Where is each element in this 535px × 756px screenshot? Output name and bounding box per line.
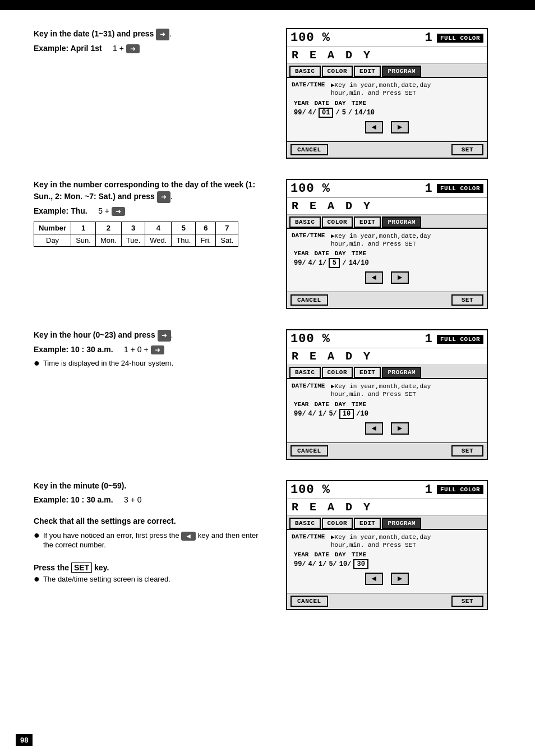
dow-table: Number 1 2 3 4 5 6 7 Day Sun. Mon. Tue. <box>34 222 238 247</box>
screen-copy-num-1: 1 <box>420 31 437 45</box>
cancel-btn-3[interactable]: CANCEL <box>290 445 328 457</box>
dow-cell-2: Mon. <box>95 234 121 247</box>
dow-hdr-3: 3 <box>121 222 145 234</box>
tab-edit-3[interactable]: EDIT <box>354 367 381 378</box>
section-2: Key in the number corresponding to the d… <box>34 179 518 310</box>
val-slash2-1: / <box>348 109 352 117</box>
section-4-instruction1: Key in the minute (0~59). <box>34 480 269 492</box>
section-3-instruction: Key in the hour (0~23) and press ➜. <box>34 329 269 342</box>
cancel-btn-1[interactable]: CANCEL <box>290 144 328 155</box>
screen-label-1: DATE/TIME <box>292 81 331 98</box>
tab-basic-3[interactable]: BASIC <box>289 367 321 378</box>
dow-hdr-2: 2 <box>95 222 121 234</box>
val-date-4: 1/ <box>319 560 326 568</box>
set-btn-1[interactable]: SET <box>451 144 483 155</box>
screen-tabs-4: BASIC COLOR EDIT PROGRAM <box>287 516 487 530</box>
dow-cell-4: Wed. <box>145 234 172 247</box>
tab-color-1[interactable]: COLOR <box>322 66 353 77</box>
screen-panel-1: 100 % 1 FULL COLOR R E A D Y BASIC COLOR… <box>286 28 488 159</box>
tab-program-3[interactable]: PROGRAM <box>382 367 421 378</box>
nav-back-btn-4[interactable]: ◄ <box>365 573 383 585</box>
val-month-4: 4/ <box>308 560 316 568</box>
screen-copy-num-3: 1 <box>420 332 437 346</box>
nav-back-btn-1[interactable]: ◄ <box>365 121 383 133</box>
screen-percent-1: 100 % <box>290 31 420 45</box>
screen-info-2: ▶Key in year,month,date,day hour,min. an… <box>331 232 482 248</box>
screen-full-color-2: FULL COLOR <box>437 184 483 193</box>
screen-nav-4: ◄ ► <box>292 573 482 585</box>
page-container: Key in the date (1~31) and press ➜. Exam… <box>0 0 535 756</box>
screen-copy-num-2: 1 <box>420 182 437 196</box>
screen-footer-2: CANCEL SET <box>287 292 487 308</box>
section-2-instruction: Key in the number corresponding to the d… <box>34 179 269 203</box>
dow-header-row: Number 1 2 3 4 5 6 7 <box>34 222 238 234</box>
val-boxed-date-1: 01 <box>319 108 333 118</box>
tab-basic-1[interactable]: BASIC <box>289 66 321 77</box>
nav-back-btn-2[interactable]: ◄ <box>365 271 383 284</box>
set-btn-4[interactable]: SET <box>451 596 483 607</box>
arrow-forward-icon-2b: ➜ <box>112 207 125 216</box>
tab-basic-4[interactable]: BASIC <box>289 518 321 529</box>
tab-color-4[interactable]: COLOR <box>322 518 353 529</box>
dow-hdr-4: 4 <box>145 222 172 234</box>
section-1-example: Example: April 1st 1 + ➜ <box>34 44 269 53</box>
screen-fields-2: YEAR DATE DAY TIME <box>292 250 482 257</box>
nav-fwd-btn-4[interactable]: ► <box>391 573 409 585</box>
nav-fwd-btn-1[interactable]: ► <box>391 121 409 133</box>
val-month-3: 4/ <box>308 410 316 418</box>
tab-color-3[interactable]: COLOR <box>322 367 353 378</box>
main-content: Key in the date (1~31) and press ➜. Exam… <box>0 17 535 642</box>
val-date-2: 1/ <box>319 259 326 267</box>
val-year-2: 99/ <box>294 259 306 267</box>
tab-edit-1[interactable]: EDIT <box>354 66 381 77</box>
field-time-4: TIME <box>352 551 366 558</box>
press-set-section: Press the SET key. <box>34 563 269 573</box>
section-2-example: Example: Thu. 5 + ➜ <box>34 206 269 216</box>
val-day-1: 5 <box>342 109 346 117</box>
set-btn-3[interactable]: SET <box>451 445 483 457</box>
screen-percent-2: 100 % <box>290 182 420 196</box>
tab-color-2[interactable]: COLOR <box>322 216 353 228</box>
val-slash-1: / <box>335 109 339 117</box>
tab-program-1[interactable]: PROGRAM <box>382 66 421 77</box>
set-btn-2[interactable]: SET <box>451 294 483 306</box>
section-3-screen: 100 % 1 FULL COLOR R E A D Y BASIC COLOR… <box>286 329 494 460</box>
section-2-left: Key in the number corresponding to the d… <box>34 179 269 310</box>
dow-data-row: Day Sun. Mon. Tue. Wed. Thu. Fri. Sat. <box>34 234 238 247</box>
dow-hdr-1: 1 <box>71 222 96 234</box>
screen-body-3: DATE/TIME ▶Key in year,month,date,day ho… <box>287 379 487 442</box>
tab-program-4[interactable]: PROGRAM <box>382 518 421 529</box>
tab-program-2[interactable]: PROGRAM <box>382 216 421 228</box>
field-time-1: TIME <box>352 100 366 107</box>
screen-tabs-1: BASIC COLOR EDIT PROGRAM <box>287 64 487 78</box>
screen-percent-3: 100 % <box>290 332 420 346</box>
cancel-btn-2[interactable]: CANCEL <box>290 294 328 306</box>
field-time-2: TIME <box>352 250 366 257</box>
tab-edit-4[interactable]: EDIT <box>354 518 381 529</box>
section-4-example: Example: 10 : 30 a.m. 3 + 0 <box>34 495 269 504</box>
field-time-3: TIME <box>352 401 366 408</box>
screen-values-2: 99/ 4/ 1/ 5 / 14/10 <box>292 258 482 268</box>
screen-ready-1: R E A D Y <box>287 47 487 64</box>
tab-basic-2[interactable]: BASIC <box>289 216 321 228</box>
cancel-btn-4[interactable]: CANCEL <box>290 596 328 607</box>
screen-top-bar-1: 100 % 1 FULL COLOR <box>287 29 487 47</box>
field-year-3: YEAR <box>294 401 308 408</box>
field-year-4: YEAR <box>294 551 308 558</box>
screen-datetime-row-1: DATE/TIME ▶Key in year,month,date,day ho… <box>292 81 482 98</box>
section-4: Key in the minute (0~59). Example: 10 : … <box>34 480 518 611</box>
field-date-4: DATE <box>314 551 329 558</box>
nav-fwd-btn-3[interactable]: ► <box>391 422 409 435</box>
field-day-3: DAY <box>335 401 346 408</box>
nav-back-btn-3[interactable]: ◄ <box>365 422 383 435</box>
val-boxed-day-2: 5 <box>329 258 340 268</box>
dow-cell-5: Thu. <box>172 234 196 247</box>
nav-fwd-btn-2[interactable]: ► <box>391 271 409 284</box>
arrow-forward-icon-1b: ➜ <box>126 44 140 53</box>
tab-edit-2[interactable]: EDIT <box>354 216 381 228</box>
dow-hdr-6: 6 <box>196 222 216 234</box>
val-month-1: 4/ <box>308 109 316 117</box>
screen-datetime-row-2: DATE/TIME ▶Key in year,month,date,day ho… <box>292 232 482 248</box>
section-3-example: Example: 10 : 30 a.m. 1 + 0 + ➜ <box>34 345 269 354</box>
screen-top-bar-3: 100 % 1 FULL COLOR <box>287 330 487 348</box>
